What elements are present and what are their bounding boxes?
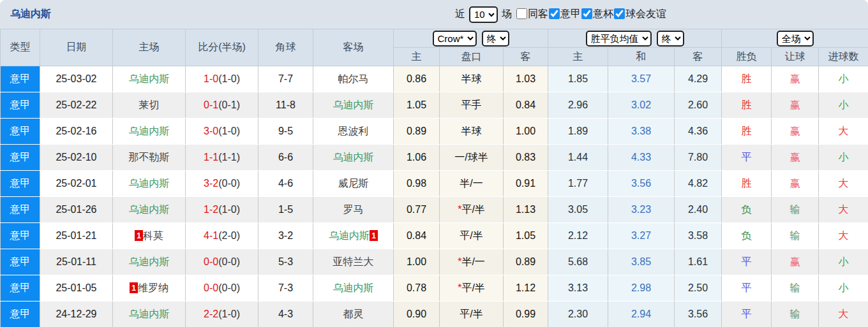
subcol-avg-away: 客 (675, 48, 722, 66)
handicap-away-odds: 1.12 (504, 275, 548, 302)
halftime-score: (1-0) (218, 309, 240, 319)
result-handicap: 赢 (772, 66, 819, 92)
score-cell: 3-2(0-0) (186, 171, 258, 197)
home-team-cell: 乌迪内斯 (113, 119, 186, 145)
filter-同客[interactable]: 同客 (516, 8, 548, 19)
home-team-link[interactable]: 那不勒斯 (129, 152, 170, 163)
result-handicap: 赢 (772, 92, 819, 119)
fulltime-score: 1-2 (204, 204, 218, 215)
recent-label: 近 (455, 8, 465, 21)
filter-checkbox[interactable] (581, 8, 592, 19)
result-outcome: 平 (722, 145, 772, 171)
handicap-away-odds: 0.83 (504, 145, 548, 171)
filter-label-text: 意甲 (560, 8, 581, 19)
result-outcome: 负 (722, 197, 772, 223)
match-history-panel: 乌迪内斯 近 10 场 同客意甲意杯球会友谊 类型 日期 主场 比分(半场) 角… (0, 0, 868, 327)
home-team-link[interactable]: 乌迪内斯 (129, 256, 170, 267)
home-team-cell: 乌迪内斯 (113, 171, 186, 197)
handicap-away-odds: 1.03 (504, 66, 548, 92)
table-row: 意甲 24-12-29 乌迪内斯 2-2(1-0) 4-3 都灵 0.90 平/… (1, 302, 868, 327)
filter-label-text: 意杯 (593, 8, 613, 19)
avg-draw-odds: 3.85 (608, 249, 675, 275)
filter-checkbox[interactable] (549, 8, 560, 19)
match-history-table: 类型 日期 主场 比分(半场) 角球 客场 Crow*终 胜平负均值终 全场 主… (0, 29, 868, 327)
filter-球会友谊[interactable]: 球会友谊 (613, 8, 666, 19)
league-cell: 意甲 (1, 119, 40, 145)
halftime-score: (0-1) (218, 99, 240, 110)
avg-state-select[interactable]: 终 (657, 31, 684, 47)
league-cell: 意甲 (1, 302, 40, 327)
result-outcome: 平 (722, 249, 772, 275)
result-outcome: 胜 (722, 92, 772, 119)
filter-checkbox[interactable] (614, 8, 625, 19)
handicap-home-odds: 0.86 (394, 66, 440, 92)
score-cell: 0-0(0-0) (186, 275, 258, 302)
avg-home-odds: 1.77 (548, 171, 608, 197)
avg-type-select[interactable]: 胜平负均值 (586, 31, 652, 47)
home-team-link[interactable]: 乌迪内斯 (129, 204, 170, 215)
result-goals: 小 (819, 249, 868, 275)
handicap-home-odds: 1.00 (394, 249, 440, 275)
filter-意杯[interactable]: 意杯 (581, 8, 613, 19)
recent-count-select[interactable]: 10 (469, 6, 498, 23)
table-row: 意甲 25-01-21 1科莫 4-1(2-0) 3-2 乌迪内斯1 0.84 … (1, 223, 868, 249)
corners-cell: 5-3 (258, 249, 313, 275)
filter-意甲[interactable]: 意甲 (548, 8, 581, 19)
away-team-cell: 都灵 (313, 302, 394, 327)
home-team-link[interactable]: 维罗纳 (138, 282, 168, 293)
result-handicap: 赢 (772, 145, 819, 171)
handicap-line-text: 平/半 (461, 282, 484, 293)
odds-group-header: Crow*终 (394, 29, 548, 48)
handicap-line-text: 平/半 (460, 230, 483, 241)
home-team-link[interactable]: 莱切 (139, 99, 160, 110)
away-team-link[interactable]: 威尼斯 (338, 178, 369, 189)
halftime-score: (1-1) (218, 152, 240, 163)
away-team-cell: 乌迪内斯 (313, 275, 394, 302)
corners-cell: 4-3 (258, 302, 313, 327)
away-team-link[interactable]: 亚特兰大 (333, 256, 374, 267)
filter-label-text: 同客 (528, 8, 548, 19)
avg-away-odds: 4.36 (675, 119, 722, 145)
subcol-odds-away: 客 (504, 48, 548, 66)
halftime-score: (0-0) (218, 178, 240, 189)
away-team-link[interactable]: 恩波利 (338, 126, 369, 136)
away-team-link[interactable]: 乌迪内斯 (333, 282, 374, 293)
avg-away-odds: 3.58 (675, 223, 722, 249)
away-team-cell: 罗马 (313, 197, 394, 223)
handicap-line: 平/半 (440, 302, 504, 327)
unit-label: 场 (502, 8, 512, 21)
odds-source-select[interactable]: Crow* (433, 31, 477, 47)
home-team-cell: 乌迪内斯 (113, 66, 186, 92)
away-team-cell: 恩波利 (313, 119, 394, 145)
home-team-link[interactable]: 乌迪内斯 (129, 178, 170, 189)
avg-home-odds: 1.89 (548, 119, 608, 145)
result-goals: 小 (819, 66, 868, 92)
league-cell: 意甲 (1, 66, 40, 92)
result-goals: 大 (819, 223, 868, 249)
scope-select[interactable]: 全场 (777, 31, 814, 47)
home-team-link[interactable]: 乌迪内斯 (129, 73, 170, 84)
away-team-link[interactable]: 乌迪内斯 (333, 99, 374, 110)
away-team-link[interactable]: 都灵 (343, 309, 364, 319)
odds-state-select[interactable]: 终 (482, 31, 509, 47)
fulltime-score: 2-2 (204, 309, 218, 319)
fulltime-score: 0-1 (204, 99, 218, 110)
col-score: 比分(半场) (186, 29, 258, 66)
away-team-link[interactable]: 罗马 (343, 204, 364, 215)
away-team-link[interactable]: 帕尔马 (338, 73, 369, 84)
result-goals: 大 (819, 171, 868, 197)
halftime-score: (1-0) (218, 126, 240, 136)
away-team-link[interactable]: 乌迪内斯 (329, 230, 370, 241)
away-team-cell: 亚特兰大 (313, 249, 394, 275)
away-team-link[interactable]: 乌迪内斯 (333, 152, 374, 163)
result-handicap: 输 (772, 302, 819, 327)
home-team-link[interactable]: 乌迪内斯 (129, 126, 170, 136)
home-team-link[interactable]: 科莫 (143, 230, 163, 241)
home-team-link[interactable]: 乌迪内斯 (129, 309, 170, 319)
avg-home-odds: 3.13 (548, 275, 608, 302)
result-goals: 小 (819, 145, 868, 171)
league-cell: 意甲 (1, 223, 40, 249)
avg-draw-odds: 3.02 (608, 92, 675, 119)
filter-checkbox[interactable] (516, 8, 527, 19)
date-cell: 25-02-10 (40, 145, 113, 171)
